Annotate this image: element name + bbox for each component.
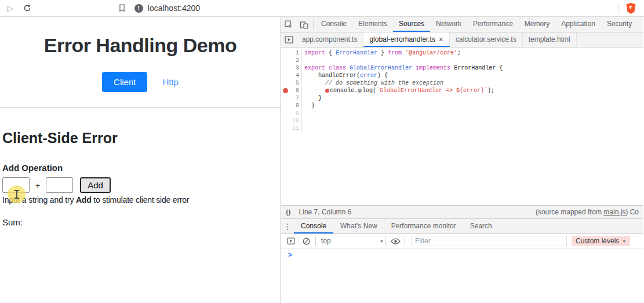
- close-tab-icon[interactable]: ×: [439, 36, 443, 42]
- breakpoint-gutter[interactable]: [281, 79, 289, 87]
- file-tab-global-errorhandler-ts[interactable]: global-errorhandler.ts×: [363, 32, 450, 47]
- file-tab-template-html[interactable]: template.html: [523, 32, 577, 47]
- console-sidebar-icon[interactable]: [283, 233, 299, 249]
- add-button[interactable]: Add: [80, 177, 111, 193]
- sum-label: Sum:: [2, 217, 278, 227]
- forward-icon[interactable]: ▷: [7, 3, 13, 13]
- reload-icon[interactable]: [23, 3, 32, 13]
- devtools-tab-lighthouse[interactable]: Lighthouse: [638, 17, 643, 32]
- devtools-tab-console[interactable]: Console: [315, 17, 352, 32]
- devtools-main-tabs: ConsoleElementsSourcesNetworkPerformance…: [315, 17, 643, 32]
- breakpoint-gutter[interactable]: [281, 125, 289, 132]
- device-toolbar-icon[interactable]: [296, 17, 311, 32]
- drawer-tab-console[interactable]: Console: [294, 219, 333, 233]
- pretty-print-icon[interactable]: {}: [286, 209, 291, 216]
- breakpoint-gutter[interactable]: [281, 102, 289, 109]
- line-number[interactable]: 7: [289, 94, 302, 102]
- breakpoint-gutter[interactable]: [281, 109, 289, 117]
- code-token: log(: [362, 87, 376, 94]
- clear-console-icon[interactable]: [299, 233, 314, 249]
- console-prompt-icon[interactable]: >: [288, 251, 292, 260]
- file-tab-calculator-service-ts[interactable]: calculator.service.ts: [450, 32, 523, 47]
- line-number[interactable]: 3: [289, 64, 302, 72]
- breakpoint-gutter[interactable]: [281, 64, 289, 72]
- line-number[interactable]: 1: [289, 49, 302, 57]
- drawer-tab-search[interactable]: Search: [463, 219, 499, 233]
- custom-levels-dropdown[interactable]: Custom levels ▼: [572, 236, 630, 246]
- breakpoint-gutter[interactable]: [281, 94, 289, 102]
- bookmark-icon[interactable]: [118, 3, 126, 13]
- code-line-3: 3export class GlobalErrorHandler impleme…: [281, 64, 643, 72]
- code-token: handleError(: [304, 72, 360, 79]
- devtools-tab-security[interactable]: Security: [601, 17, 638, 32]
- code-token: {: [325, 50, 336, 56]
- line-number[interactable]: 4: [289, 72, 302, 79]
- code-text: }: [302, 94, 322, 102]
- breakpoint-gutter[interactable]: [281, 49, 289, 57]
- url-text: localhost:4200: [148, 3, 200, 13]
- drawer-tab-what-s-new[interactable]: What's New: [333, 219, 384, 233]
- code-token: ) {: [377, 72, 388, 79]
- inspect-element-icon[interactable]: [281, 17, 296, 32]
- show-navigator-icon[interactable]: [281, 32, 296, 48]
- devtools-tab-network[interactable]: Network: [430, 17, 467, 32]
- inline-breakpoint-icon[interactable]: [325, 89, 329, 93]
- devtools-tab-application[interactable]: Application: [555, 17, 601, 32]
- line-number[interactable]: 8: [289, 102, 302, 109]
- browser-bar-right: [618, 0, 636, 17]
- code-token: }: [377, 50, 388, 56]
- line-number[interactable]: 9: [289, 109, 302, 117]
- line-number[interactable]: 6: [289, 87, 302, 94]
- line-number[interactable]: 11: [289, 125, 302, 132]
- devtools-tab-memory[interactable]: Memory: [519, 17, 555, 32]
- line-number[interactable]: 5: [289, 79, 302, 87]
- drawer-menu-icon[interactable]: ⋮: [281, 222, 294, 231]
- code-token: }: [304, 103, 315, 109]
- code-editor[interactable]: 1import { ErrorHandler } from '@angular/…: [281, 48, 643, 205]
- live-expression-eye-icon[interactable]: [388, 233, 403, 249]
- devtools-tab-sources[interactable]: Sources: [393, 17, 430, 32]
- toolbar-separator: [313, 20, 314, 29]
- code-text: // do something with the exception: [302, 79, 443, 87]
- console-filter-input[interactable]: [412, 236, 567, 246]
- drawer-tabs: ConsoleWhat's NewPerformance monitorSear…: [294, 219, 499, 233]
- code-line-8: 8 }: [281, 102, 643, 109]
- code-text: }: [302, 102, 315, 109]
- breakpoint-gutter[interactable]: [281, 87, 289, 94]
- code-token: console.: [330, 87, 358, 94]
- file-tab-app-component-ts[interactable]: app.component.ts: [296, 32, 363, 47]
- breakpoint-gutter[interactable]: [281, 57, 289, 64]
- browser-bar: ▷ ! localhost:4200: [0, 0, 644, 17]
- breakpoint-icon[interactable]: [283, 88, 288, 93]
- code-line-10: 10: [281, 117, 643, 125]
- site-info-icon[interactable]: !: [134, 4, 143, 13]
- source-map-link[interactable]: main.js: [603, 208, 625, 216]
- address-bar[interactable]: ! localhost:4200: [134, 3, 200, 13]
- line-number[interactable]: 10: [289, 117, 302, 125]
- devtools-tab-performance[interactable]: Performance: [467, 17, 519, 32]
- execution-context-select[interactable]: top ▼: [321, 237, 384, 245]
- second-operand-input[interactable]: [46, 177, 73, 193]
- inline-breakpoint-icon[interactable]: [358, 89, 362, 93]
- code-line-1: 1import { ErrorHandler } from '@angular/…: [281, 49, 643, 57]
- source-map-status: (source mapped from main.js) Co: [536, 208, 639, 216]
- code-token: ErrorHandler {: [450, 65, 503, 71]
- devtools-tab-elements[interactable]: Elements: [352, 17, 393, 32]
- brave-shield-icon[interactable]: [626, 3, 636, 14]
- code-token: }: [304, 95, 322, 101]
- code-text: [302, 125, 304, 132]
- code-token: );: [487, 87, 494, 94]
- drawer-tabbar: ⋮ ConsoleWhat's NewPerformance monitorSe…: [281, 219, 643, 234]
- breakpoint-gutter[interactable]: [281, 117, 289, 125]
- chevron-down-icon: ▼: [380, 239, 384, 243]
- breakpoint-gutter[interactable]: [281, 72, 289, 79]
- mouse-cursor-highlight: [8, 185, 26, 203]
- plus-sign: +: [35, 181, 40, 190]
- toolbar-separator: [405, 236, 405, 246]
- client-button[interactable]: Client: [102, 72, 147, 92]
- console-messages-area[interactable]: >: [281, 249, 643, 303]
- code-token: import: [304, 50, 325, 56]
- line-number[interactable]: 2: [289, 57, 302, 64]
- drawer-tab-performance-monitor[interactable]: Performance monitor: [384, 219, 463, 233]
- http-link[interactable]: Http: [162, 77, 179, 87]
